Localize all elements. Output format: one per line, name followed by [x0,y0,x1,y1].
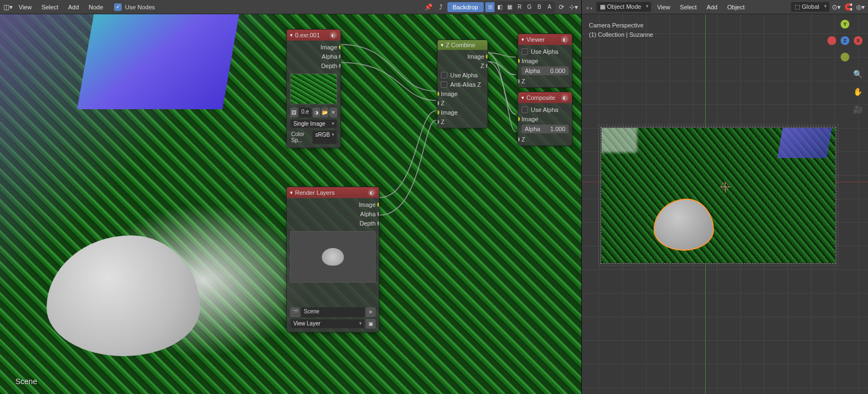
zc-anti-alias[interactable]: Anti-Alias Z [438,80,487,89]
orientation-dropdown[interactable]: ⬚ Global [791,2,830,12]
camera-view-icon[interactable]: 🎥 [850,102,865,116]
socket-zc-in-z2[interactable]: Z [438,117,487,126]
zc-use-alpha[interactable]: Use Alpha [438,70,487,80]
vp-menu-select[interactable]: Select [676,2,701,13]
channel-a[interactable]: A [544,2,554,12]
menu-node[interactable]: Node [84,2,107,13]
editor-type-icon[interactable]: ◫▾ [2,2,13,13]
rl-render-icon[interactable]: ▣ [366,319,376,329]
vp-menu-add[interactable]: Add [702,2,722,13]
socket-rl-alpha[interactable]: Alpha [287,209,379,218]
node-render-layers[interactable]: Render Layers ◐ Image Alpha Depth 🎬 Scen… [286,187,379,333]
rl-layer-dropdown[interactable]: View Layer [290,319,365,329]
node-zcombine-title: Z Combine [446,42,475,48]
channel-r[interactable]: R [515,2,525,12]
channel-alpha-icon[interactable]: ▦ [505,2,515,12]
menu-view[interactable]: View [14,2,36,13]
socket-zc-in-z1[interactable]: Z [438,98,487,108]
socket-zc-in-image1[interactable]: Image [438,89,487,98]
socket-composite-z[interactable]: Z [518,134,572,144]
colorspace-dropdown[interactable]: sRGB [312,130,337,144]
image-file-field[interactable]: 0.e [299,108,312,117]
channel-color[interactable]: ◧ [495,2,505,12]
image-datablock-icon[interactable]: 🖼 [290,108,298,117]
node-renderlayers-preview [290,231,376,283]
node-image[interactable]: 0.exr.001 ◐ Image Alpha Depth 🖼 0.e ◑ 📂 … [286,29,341,148]
snap-icon[interactable]: ⊹▾ [568,2,579,13]
socket-image-out-alpha[interactable]: Alpha [287,52,341,61]
node-zcombine-header[interactable]: Z Combine [438,40,487,50]
vp-collection-label: (1) Collection | Suzanne [589,30,653,40]
node-renderlayers-header[interactable]: Render Layers ◐ [287,187,379,198]
rl-scene-field[interactable]: Scene [301,307,365,317]
channel-combined[interactable]: ⊞ [485,2,495,12]
socket-viewer-image[interactable]: Image [518,56,572,65]
socket-rl-image[interactable]: Image [287,200,379,209]
composite-alpha-value[interactable]: Alpha1.000 [521,125,569,133]
node-image-header[interactable]: 0.exr.001 ◐ [287,30,341,41]
interaction-mode-dropdown[interactable]: ▦ Object Mode [596,2,651,12]
pivot-icon[interactable]: ⊙▾ [831,2,842,13]
gizmo-x[interactable]: X [854,36,863,45]
proportional-edit-icon[interactable]: ◎▾ [855,2,866,13]
menu-add[interactable]: Add [64,2,83,13]
use-nodes-checkbox[interactable]: ✓ [114,3,122,11]
image-open-icon[interactable]: 📂 [321,108,329,117]
socket-viewer-z[interactable]: Z [518,76,572,86]
image-unlink-icon[interactable]: ✕ [330,108,337,117]
channel-g[interactable]: G [525,2,535,12]
socket-zc-out-z[interactable]: Z [438,61,487,70]
composite-use-alpha[interactable]: Use Alpha [518,105,572,114]
viewport-panel: ⬦▾ ▦ Object Mode View Select Add Object … [581,0,868,394]
viewport-3d[interactable]: Camera Perspective (1) Collection | Suza… [582,14,868,394]
vp-menu-view[interactable]: View [653,2,674,13]
backdrop-button[interactable]: Backdrop [447,2,484,12]
channel-b[interactable]: B [535,2,544,12]
vp-menu-object[interactable]: Object [723,2,749,13]
camera-frame[interactable] [600,127,836,264]
node-viewer-title: Viewer [526,36,544,43]
node-composite-title: Composite [526,94,555,101]
node-viewer-gear-icon[interactable]: ◐ [561,36,569,43]
pin-icon[interactable]: 📌 [423,2,434,13]
gizmo-y[interactable]: Y [841,20,849,29]
rl-scene-icon[interactable]: 🎬 [290,307,300,317]
gizmo-z[interactable]: Z [841,36,849,45]
socket-image-out-depth[interactable]: Depth [287,61,341,70]
channel-buttons: ⊞ ◧ ▦ R G B A [485,2,555,13]
suzanne-object[interactable] [654,199,714,251]
menu-select[interactable]: Select [37,2,63,13]
zoom-icon[interactable]: 🔍 [850,67,865,81]
image-users-icon[interactable]: ◑ [313,108,320,117]
vp-editor-type-icon[interactable]: ⬦▾ [584,2,595,13]
node-viewer-header[interactable]: Viewer ◐ [518,34,572,45]
node-image-gear-icon[interactable]: ◐ [330,31,337,39]
nav-gizmo[interactable]: Y Z X [827,20,863,63]
node-composite[interactable]: Composite ◐ Use Alpha Image Alpha1.000 Z [518,92,572,146]
socket-zc-out-image[interactable]: Image [438,52,487,61]
use-nodes-label: Use Nodes [125,4,155,10]
socket-rl-depth[interactable]: Depth [287,218,379,228]
pan-icon[interactable]: ✋ [850,85,865,99]
node-zcombine[interactable]: Z Combine Image Z Use Alpha Anti-Alias Z… [437,40,488,128]
rl-unlink-icon[interactable]: ✕ [366,307,376,317]
snap-magnet-icon[interactable]: 🧲 [843,2,854,13]
gizmo-neg[interactable] [827,36,836,45]
socket-image-out-image[interactable]: Image [287,42,341,52]
compositor-header: ◫▾ View Select Add Node ✓ Use Nodes 📌 ⤴ … [0,0,581,14]
node-composite-header[interactable]: Composite ◐ [518,92,572,103]
image-source-dropdown[interactable]: Single Image [290,119,337,128]
socket-composite-image[interactable]: Image [518,114,572,123]
viewer-use-alpha[interactable]: Use Alpha [518,47,572,56]
3d-cursor-icon[interactable] [721,183,729,190]
node-renderlayers-gear-icon[interactable]: ◐ [368,189,376,196]
node-renderlayers-title: Render Layers [295,189,334,196]
node-composite-gear-icon[interactable]: ◐ [561,94,569,102]
node-image-preview [290,74,337,104]
parent-icon[interactable]: ⤴ [435,2,446,13]
refresh-icon[interactable]: ⟳ [556,2,567,13]
viewer-alpha-value[interactable]: Alpha0.000 [521,66,569,75]
socket-zc-in-image2[interactable]: Image [438,108,487,117]
node-viewer[interactable]: Viewer ◐ Use Alpha Image Alpha0.000 Z [518,33,572,88]
gizmo-neg-y[interactable] [841,53,849,61]
